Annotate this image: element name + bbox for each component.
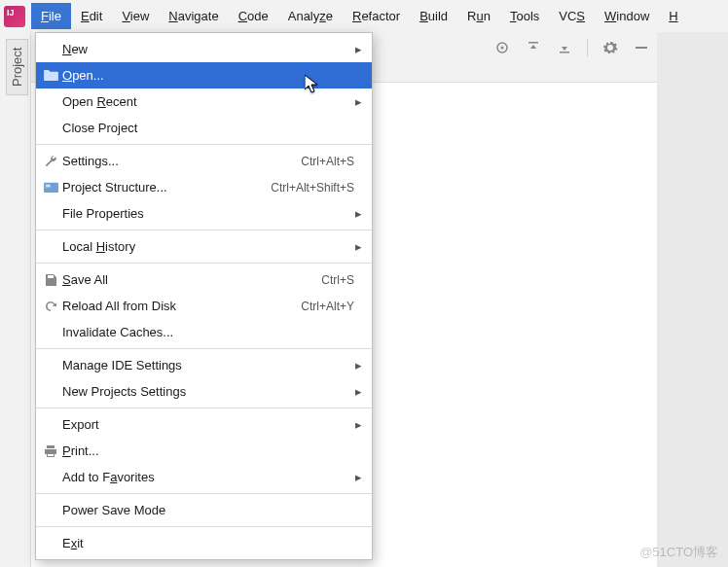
menu-entry[interactable]: Settings...Ctrl+Alt+S	[36, 148, 372, 174]
project-icon	[41, 181, 60, 194]
target-icon[interactable]	[493, 39, 511, 56]
save-icon	[41, 273, 60, 287]
menu-item[interactable]: Edit	[71, 3, 112, 29]
menu-entry-label: Project Structure...	[62, 180, 261, 195]
menu-entry[interactable]: Local History▸	[36, 233, 372, 260]
app-icon	[4, 6, 25, 27]
shortcut-label: Ctrl+S	[321, 273, 354, 287]
separator	[36, 144, 372, 145]
file-menu-dropdown: New▸Open...Open Recent▸Close ProjectSett…	[35, 32, 373, 560]
menu-item[interactable]: Refactor	[343, 3, 410, 29]
menu-item[interactable]: Code	[229, 3, 278, 29]
menu-entry-label: Save All	[62, 272, 311, 287]
menu-entry-label: Reload All from Disk	[62, 299, 291, 313]
menu-item[interactable]: Tools	[500, 3, 549, 29]
menu-entry[interactable]: Exit	[36, 530, 372, 556]
menu-entry[interactable]: Reload All from DiskCtrl+Alt+Y	[36, 293, 372, 319]
menu-entry-label: File Properties	[62, 206, 354, 221]
menu-entry[interactable]: Project Structure...Ctrl+Alt+Shift+S	[36, 174, 372, 200]
separator	[36, 526, 372, 527]
menu-entry[interactable]: Add to Favorites▸	[36, 464, 372, 490]
svg-rect-6	[45, 185, 50, 188]
submenu-arrow-icon: ▸	[354, 470, 362, 484]
svg-rect-3	[560, 52, 569, 53]
menu-item[interactable]: Analyze	[278, 3, 343, 29]
menu-item[interactable]: VCS	[549, 3, 595, 29]
separator	[36, 263, 372, 264]
submenu-arrow-icon: ▸	[354, 384, 362, 399]
watermark: @51CTO博客	[639, 544, 718, 561]
folder-icon	[41, 69, 60, 82]
print-icon	[41, 444, 60, 458]
menu-entry-label: Export	[62, 417, 354, 432]
svg-point-1	[501, 47, 504, 50]
menu-entry-label: Open...	[62, 68, 354, 83]
minimize-icon[interactable]	[633, 39, 650, 56]
gear-icon[interactable]	[601, 39, 619, 56]
submenu-arrow-icon: ▸	[354, 239, 362, 254]
menu-item[interactable]: View	[112, 3, 159, 29]
menu-entry[interactable]: Close Project	[36, 115, 372, 141]
menu-entry[interactable]: Manage IDE Settings▸	[36, 352, 372, 378]
left-gutter: Project	[0, 32, 31, 567]
divider	[587, 39, 588, 56]
menu-entry[interactable]: Print...	[36, 438, 372, 464]
svg-rect-2	[528, 42, 538, 44]
menu-entry[interactable]: File Properties▸	[36, 200, 372, 227]
menu-entry-label: Manage IDE Settings	[62, 358, 354, 372]
collapse-icon[interactable]	[556, 39, 573, 56]
menu-entry[interactable]: Save AllCtrl+S	[36, 266, 372, 293]
menu-entry-label: Settings...	[62, 154, 291, 168]
menu-entry-label: Close Project	[62, 121, 354, 135]
menu-item[interactable]: Run	[457, 3, 500, 29]
separator	[36, 230, 372, 230]
svg-rect-4	[636, 47, 647, 49]
submenu-arrow-icon: ▸	[354, 358, 362, 372]
submenu-arrow-icon: ▸	[354, 42, 362, 56]
menu-entry[interactable]: Open Recent▸	[36, 89, 372, 115]
toolbar-right	[493, 39, 650, 56]
submenu-arrow-icon: ▸	[354, 94, 362, 109]
menu-entry[interactable]: Export▸	[36, 411, 372, 438]
svg-rect-5	[44, 183, 58, 193]
submenu-arrow-icon: ▸	[354, 417, 362, 432]
right-gutter	[657, 32, 728, 567]
menu-entry[interactable]: New Projects Settings▸	[36, 378, 372, 405]
menu-entry-label: Exit	[62, 536, 354, 550]
menu-entry[interactable]: New▸	[36, 36, 372, 62]
menu-entry-label: Invalidate Caches...	[62, 325, 354, 339]
menu-entry-label: New Projects Settings	[62, 384, 354, 399]
wrench-icon	[41, 155, 60, 168]
reload-icon	[41, 300, 60, 313]
menu-entry-label: Print...	[62, 443, 354, 458]
menu-entry[interactable]: Power Save Mode	[36, 497, 372, 523]
menu-entry-label: Open Recent	[62, 94, 354, 109]
menu-entry[interactable]: Open...	[36, 62, 372, 89]
separator	[36, 493, 372, 494]
menu-entry-label: Power Save Mode	[62, 503, 354, 517]
expand-icon[interactable]	[525, 39, 542, 56]
shortcut-label: Ctrl+Alt+Y	[301, 300, 354, 313]
menu-item[interactable]: Navigate	[159, 3, 228, 29]
separator	[36, 408, 372, 408]
menubar: FileEditViewNavigateCodeAnalyzeRefactorB…	[0, 0, 728, 32]
menu-item[interactable]: Build	[410, 3, 457, 29]
menu-item[interactable]: H	[659, 3, 687, 29]
shortcut-label: Ctrl+Alt+S	[301, 155, 354, 168]
menu-entry-label: New	[62, 42, 354, 56]
menu-entry-label: Add to Favorites	[62, 470, 354, 484]
menu-item[interactable]: Window	[595, 3, 659, 29]
submenu-arrow-icon: ▸	[354, 206, 362, 221]
menu-entry[interactable]: Invalidate Caches...	[36, 319, 372, 345]
separator	[36, 348, 372, 349]
shortcut-label: Ctrl+Alt+Shift+S	[271, 181, 354, 195]
project-tool-tab[interactable]: Project	[6, 39, 28, 95]
menu-item[interactable]: File	[31, 3, 71, 29]
menu-entry-label: Local History	[62, 239, 354, 254]
